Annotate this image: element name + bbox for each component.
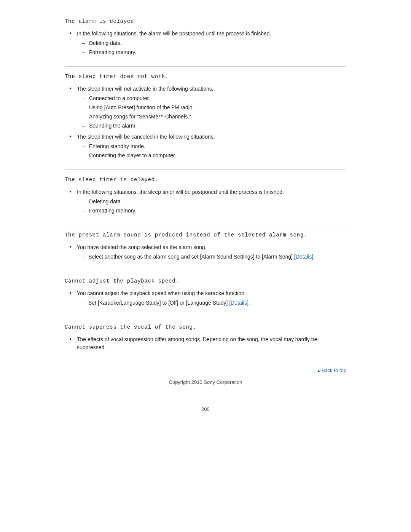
list-item: Connected to a computer. [81,94,346,102]
section-sleep-timer-not-work: The sleep timer does not work. The sleep… [65,66,346,169]
bullet-text: The effects of vocal suppression differ … [77,336,317,350]
list-item: Set [Karaoke/Language Study] to [Off] or… [81,299,346,307]
sub-list: Deleting data. Formatting memory. [77,39,346,56]
bullet-list-cannot-suppress-vocal: The effects of vocal suppression differ … [65,335,346,351]
arrow-text: Select another song as the alarm song an… [88,254,294,260]
section-alarm-delayed: The alarm is delayed In the following si… [65,11,346,66]
sub-list: Connected to a computer. Using [Auto Pre… [77,94,346,130]
sub-text: Formatting memory. [89,208,136,214]
section-title-cannot-suppress-vocal: Cannot suppress the vocal of the song. [65,324,346,330]
bullet-text: You cannot adjust the playback speed whe… [77,290,246,296]
list-item: Entering standby mode. [81,142,346,150]
sub-text: Formatting memory. [89,49,136,55]
bullet-list-sleep-timer-delayed: In the following situations, the sleep t… [65,188,346,215]
arrow-text: Set [Karaoke/Language Study] to [Off] or… [88,300,229,306]
sub-text: Sounding the alarm. [89,123,137,129]
list-item: Formatting memory. [81,207,346,215]
sub-text: Analyzing songs for “SensMe™ Channels.” [89,113,191,120]
bullet-text: The sleep timer will not activate in the… [77,86,213,92]
back-to-top-label: Back to top [322,367,346,373]
section-cannot-adjust-playback: Cannot adjust the playback speed. You ca… [65,271,346,317]
details-link-alarm-song[interactable]: [Details] [294,254,314,260]
copyright-text: Copyright 2010 Sony Corporation [169,379,242,385]
sub-list: Deleting data. Formatting memory. [77,198,346,215]
list-item: Deleting data. [81,198,346,206]
list-item: The sleep timer will be canceled in the … [68,133,346,160]
sub-text: Using [Auto Preset] function of the FM r… [89,104,194,110]
list-item: In the following situations, the sleep t… [68,188,346,215]
back-to-top-arrow-icon: ▲ [317,368,321,373]
list-item: Deleting data. [81,39,346,47]
bullet-list-alarm-delayed: In the following situations, the alarm w… [65,30,346,56]
sub-text: Deleting data. [89,198,122,204]
sub-text: Entering standby mode. [89,143,145,149]
section-cannot-suppress-vocal: Cannot suppress the vocal of the song. T… [65,317,346,361]
page-number: 200 [65,406,346,412]
sub-text: Connecting the player to a computer. [89,152,176,158]
list-item: The sleep timer will not activate in the… [68,85,346,130]
back-to-top-link[interactable]: ▲Back to top [317,367,346,373]
list-item: Analyzing songs for “SensMe™ Channels.” [81,113,346,121]
back-to-top-row: ▲Back to top [65,363,346,375]
section-title-preset-alarm-sound: The preset alarm sound is produced inste… [65,232,346,238]
sub-list: Entering standby mode. Connecting the pl… [77,142,346,160]
list-item: Formatting memory. [81,48,346,56]
arrow-list: Select another song as the alarm song an… [77,253,346,261]
list-item: Connecting the player to a computer. [81,152,346,160]
bullet-text: The sleep timer will be canceled in the … [77,134,215,140]
details-link-karaoke[interactable]: [Details] [229,300,249,306]
section-title-cannot-adjust-playback: Cannot adjust the playback speed. [65,278,346,284]
bullet-text: In the following situations, the sleep t… [77,189,284,195]
section-sleep-timer-delayed: The sleep timer is delayed. In the follo… [65,169,346,225]
list-item: In the following situations, the alarm w… [68,30,346,56]
page-number-text: 200 [201,406,210,412]
bullet-list-sleep-timer-not-work: The sleep timer will not activate in the… [65,85,346,160]
section-title-alarm-delayed: The alarm is delayed [65,18,346,24]
page-container: The alarm is delayed In the following si… [57,0,354,420]
bullet-list-cannot-adjust-playback: You cannot adjust the playback speed whe… [65,289,346,307]
list-item: Using [Auto Preset] function of the FM r… [81,104,346,112]
arrow-list: Set [Karaoke/Language Study] to [Off] or… [77,299,346,307]
bullet-text: You have deleted the song selected as th… [77,244,206,250]
list-item: Select another song as the alarm song an… [81,253,346,261]
section-title-sleep-timer-not-work: The sleep timer does not work. [65,73,346,80]
sub-text: Deleting data. [89,40,122,46]
bullet-text: In the following situations, the alarm w… [77,30,271,37]
list-item: The effects of vocal suppression differ … [68,335,346,351]
list-item: You have deleted the song selected as th… [68,243,346,261]
sub-text: Connected to a computer. [89,95,150,101]
list-item: Sounding the alarm. [81,122,346,130]
footer: Copyright 2010 Sony Corporation [65,379,346,400]
section-title-sleep-timer-delayed: The sleep timer is delayed. [65,177,346,183]
list-item: You cannot adjust the playback speed whe… [68,289,346,307]
bullet-list-preset-alarm-sound: You have deleted the song selected as th… [65,243,346,261]
section-preset-alarm-sound: The preset alarm sound is produced inste… [65,225,346,271]
